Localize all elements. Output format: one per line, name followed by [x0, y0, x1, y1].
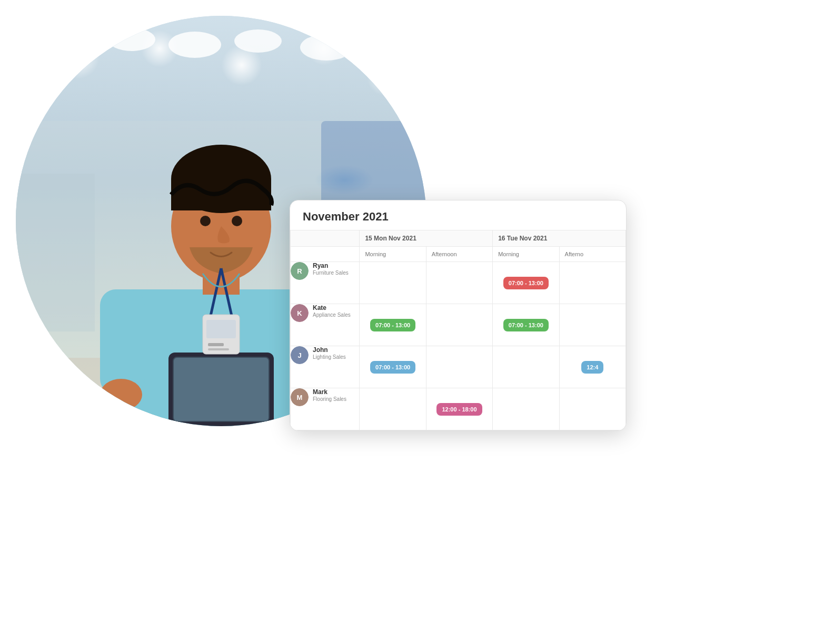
table-row: K Kate Appliance Sales 07:00 - 13:0007:0… [291, 304, 626, 346]
shift-16_afternoon [559, 388, 626, 430]
svg-rect-18 [174, 358, 269, 421]
svg-point-4 [300, 34, 353, 61]
svg-rect-29 [208, 343, 224, 346]
employee-name: John [313, 346, 346, 354]
calendar-title: November 2021 [290, 200, 626, 230]
employee-name: Kate [313, 304, 351, 311]
svg-rect-30 [208, 348, 229, 350]
slot-15-morning: Morning [360, 247, 426, 262]
employee-info: K Kate Appliance Sales [291, 304, 359, 322]
employee-cell: R Ryan Furniture Sales [291, 262, 360, 304]
shift-badge: 12:4 [581, 361, 603, 374]
employee-col-header [291, 230, 360, 247]
employee-text: Kate Appliance Sales [313, 304, 351, 318]
avatar: R [291, 262, 309, 280]
shift-15_afternoon [426, 262, 492, 304]
shift-badge: 07:00 - 13:00 [370, 361, 415, 374]
avatar: K [291, 304, 309, 322]
shift-16_afternoon [559, 304, 626, 346]
shift-15_afternoon: 12:00 - 18:00 [426, 388, 492, 430]
employee-cell: M Mark Flooring Sales [291, 388, 360, 430]
avatar-placeholder: K [291, 304, 309, 322]
employee-info: M Mark Flooring Sales [291, 388, 359, 406]
employee-role: Flooring Sales [313, 396, 346, 402]
employee-info: J John Lighting Sales [291, 346, 359, 364]
avatar-placeholder: J [291, 346, 309, 364]
slot-16-morning: Morning [493, 247, 559, 262]
svg-rect-12 [100, 289, 145, 395]
calendar-grid: 15 Mon Nov 2021 16 Tue Nov 2021 Morning … [290, 230, 626, 430]
slot-header-row: Morning Afternoon Morning Afterno [291, 247, 626, 262]
empty-slot-header [291, 247, 360, 262]
avatar: J [291, 346, 309, 364]
shift-16_afternoon [559, 262, 626, 304]
svg-point-2 [168, 32, 221, 58]
avatar: M [291, 388, 309, 406]
employee-role: Lighting Sales [313, 354, 346, 360]
svg-point-14 [100, 379, 142, 410]
svg-rect-8 [16, 174, 95, 331]
svg-point-0 [42, 34, 95, 61]
shift-16_morning: 07:00 - 13:00 [493, 304, 559, 346]
date-15-label: 15 Mon Nov 2021 [365, 235, 416, 242]
employee-cell: K Kate Appliance Sales [291, 304, 360, 346]
table-row: M Mark Flooring Sales 12:00 - 18:00 [291, 388, 626, 430]
shift-15_morning: 07:00 - 13:00 [360, 304, 426, 346]
shift-badge: 12:00 - 18:00 [436, 403, 482, 416]
svg-point-5 [363, 32, 405, 53]
employee-info: R Ryan Furniture Sales [291, 262, 359, 280]
scene: November 2021 15 Mon Nov 2021 16 Tue Nov… [0, 0, 834, 644]
shift-badge: 07:00 - 13:00 [503, 277, 549, 289]
employee-text: John Lighting Sales [313, 346, 346, 360]
date-16-header: 16 Tue Nov 2021 [493, 230, 626, 247]
avatar-placeholder: M [291, 388, 309, 406]
shift-16_afternoon: 12:4 [559, 346, 626, 388]
svg-point-3 [234, 29, 282, 53]
shift-badge: 07:00 - 13:00 [370, 319, 415, 331]
shift-16_morning: 07:00 - 13:00 [493, 262, 559, 304]
svg-point-1 [108, 28, 155, 51]
shift-15_afternoon [426, 346, 492, 388]
calendar-panel: November 2021 15 Mon Nov 2021 16 Tue Nov… [290, 200, 627, 431]
shift-15_afternoon [426, 304, 492, 346]
svg-point-23 [200, 216, 211, 226]
employee-name: Ryan [313, 262, 349, 269]
shift-15_morning [360, 262, 426, 304]
shift-15_morning [360, 388, 426, 430]
table-row: R Ryan Furniture Sales 07:00 - 13:00 [291, 262, 626, 304]
date-header-row: 15 Mon Nov 2021 16 Tue Nov 2021 [291, 230, 626, 247]
shift-16_morning [493, 346, 559, 388]
shift-15_morning: 07:00 - 13:00 [360, 346, 426, 388]
date-15-header: 15 Mon Nov 2021 [360, 230, 493, 247]
slot-15-afternoon: Afternoon [426, 247, 492, 262]
shift-badge: 07:00 - 13:00 [503, 319, 549, 331]
date-16-label: 16 Tue Nov 2021 [498, 235, 547, 242]
employee-text: Mark Flooring Sales [313, 388, 346, 402]
employee-name: Mark [313, 388, 346, 396]
employee-role: Appliance Sales [313, 311, 351, 318]
slot-16-afternoon: Afterno [559, 247, 626, 262]
shift-16_morning [493, 388, 559, 430]
svg-point-24 [232, 216, 242, 226]
svg-rect-28 [206, 320, 236, 338]
avatar-placeholder: R [291, 262, 309, 280]
employee-cell: J John Lighting Sales [291, 346, 360, 388]
employee-text: Ryan Furniture Sales [313, 262, 349, 276]
table-row: J John Lighting Sales 07:00 - 13:0012:4 [291, 346, 626, 388]
employee-role: Furniture Sales [313, 269, 349, 276]
